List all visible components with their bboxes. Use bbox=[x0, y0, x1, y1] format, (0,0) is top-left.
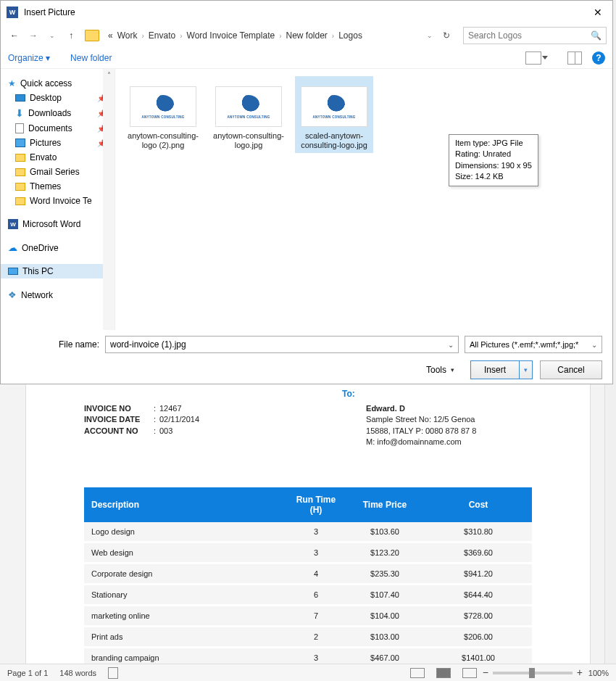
search-input[interactable] bbox=[468, 30, 584, 41]
filename-combo[interactable]: ⌄ bbox=[105, 336, 459, 353]
file-tooltip: Item type: JPG File Rating: Unrated Dime… bbox=[449, 134, 538, 186]
sidebar-scrollbar[interactable]: ˄ bbox=[103, 69, 115, 330]
sidebar-gmail[interactable]: Gmail Series bbox=[1, 165, 115, 179]
folder-icon bbox=[85, 30, 99, 41]
word-count[interactable]: 148 words bbox=[59, 669, 96, 677]
insert-split-icon[interactable]: ▾ bbox=[519, 361, 532, 379]
insert-picture-dialog: W Insert Picture ✕ ← → ⌄ ↑ « Work› Envat… bbox=[0, 0, 613, 384]
file-list[interactable]: ANYTOWN CONSULTING anytown-consulting-lo… bbox=[115, 69, 612, 330]
tools-menu[interactable]: Tools▾ bbox=[426, 365, 454, 375]
read-mode-icon[interactable] bbox=[410, 668, 425, 678]
filetype-combo[interactable]: All Pictures (*.emf;*.wmf;*.jpg;* ⌄ bbox=[465, 336, 602, 353]
file-thumb[interactable]: ANYTOWN CONSULTING anytown-consulting-lo… bbox=[124, 76, 202, 153]
refresh-button[interactable]: ↻ bbox=[438, 28, 454, 44]
breadcrumb[interactable]: « Work› Envato› Word Invoice Template› N… bbox=[105, 29, 421, 42]
recent-dropdown[interactable]: ⌄ bbox=[44, 28, 60, 44]
sidebar-downloads[interactable]: ⬇Downloads📌 bbox=[1, 105, 115, 121]
organize-menu[interactable]: Organize ▾ bbox=[8, 53, 50, 63]
sidebar-thispc[interactable]: This PC bbox=[1, 264, 115, 278]
spelling-icon[interactable] bbox=[108, 667, 118, 679]
close-button[interactable]: ✕ bbox=[589, 4, 607, 21]
table-row: Print ads2$103.00$206.00 bbox=[84, 626, 532, 647]
zoom-slider[interactable]: −+ bbox=[493, 672, 573, 674]
dialog-title: Insert Picture bbox=[24, 7, 589, 17]
invoice-table: Description Run Time (H) Time Price Cost… bbox=[84, 487, 532, 664]
forward-button[interactable]: → bbox=[25, 28, 41, 44]
file-thumb[interactable]: ANYTOWN CONSULTING anytown-consulting-lo… bbox=[209, 76, 288, 153]
table-row: Corporate design4$235.30$941.20 bbox=[84, 563, 532, 584]
bc-seg[interactable]: Word Invoice Template bbox=[186, 29, 277, 42]
filename-input[interactable] bbox=[110, 339, 448, 350]
insert-button[interactable]: Insert▾ bbox=[470, 360, 533, 379]
sidebar-wit[interactable]: Word Invoice Te bbox=[1, 194, 115, 208]
navigation-pane: ★Quick access Desktop📌 ⬇Downloads📌 Docum… bbox=[1, 69, 115, 330]
col-description: Description bbox=[84, 487, 287, 522]
print-layout-icon[interactable] bbox=[436, 668, 451, 678]
table-row: marketing online7$104.00$728.00 bbox=[84, 605, 532, 626]
table-row: Logo design3$103.60$310.80 bbox=[84, 522, 532, 542]
sidebar-network[interactable]: ❖Network bbox=[1, 287, 115, 302]
word-icon: W bbox=[7, 7, 18, 18]
title-bar: W Insert Picture ✕ bbox=[1, 1, 612, 24]
back-button[interactable]: ← bbox=[7, 28, 22, 44]
breadcrumb-dropdown[interactable]: ⌄ bbox=[427, 32, 433, 39]
invoice-meta: INVOICE NO:12467 INVOICE DATE:02/11/2014… bbox=[84, 403, 199, 448]
help-button[interactable]: ? bbox=[592, 51, 605, 65]
cancel-button[interactable]: Cancel bbox=[540, 360, 602, 379]
dialog-footer: File name: ⌄ All Pictures (*.emf;*.wmf;*… bbox=[1, 330, 612, 389]
navigation-bar: ← → ⌄ ↑ « Work› Envato› Word Invoice Tem… bbox=[1, 24, 612, 47]
filename-label: File name: bbox=[11, 339, 99, 350]
table-row: Web design3$123.20$369.60 bbox=[84, 542, 532, 563]
sidebar-desktop[interactable]: Desktop📌 bbox=[1, 91, 115, 105]
filetype-dropdown-icon[interactable]: ⌄ bbox=[591, 341, 597, 349]
status-bar: Page 1 of 1 148 words −+ 100% bbox=[0, 664, 616, 681]
view-options-button[interactable] bbox=[525, 51, 541, 65]
up-button[interactable]: ↑ bbox=[63, 28, 79, 44]
col-timeprice: Time Price bbox=[345, 487, 425, 522]
table-row: Stationary6$107.40$644.40 bbox=[84, 584, 532, 605]
preview-pane-button[interactable] bbox=[567, 51, 582, 65]
sidebar-documents[interactable]: Documents📌 bbox=[1, 121, 115, 136]
search-icon: 🔍 bbox=[591, 30, 602, 41]
to-label: To: bbox=[342, 389, 532, 399]
page-indicator[interactable]: Page 1 of 1 bbox=[7, 669, 48, 677]
sidebar-envato[interactable]: Envato bbox=[1, 150, 115, 165]
table-row: branding campaign3$467.00$1401.00 bbox=[84, 647, 532, 664]
filename-dropdown-icon[interactable]: ⌄ bbox=[448, 341, 454, 349]
col-cost: Cost bbox=[425, 487, 532, 522]
zoom-value[interactable]: 100% bbox=[588, 669, 609, 677]
col-runtime: Run Time (H) bbox=[287, 487, 345, 522]
document-page: To: INVOICE NO:12467 INVOICE DATE:02/11/… bbox=[25, 384, 591, 664]
command-bar: Organize ▾ New folder ? bbox=[1, 47, 612, 69]
bc-seg[interactable]: Envato bbox=[147, 29, 177, 42]
sidebar-themes[interactable]: Themes bbox=[1, 179, 115, 194]
bc-seg[interactable]: Logos bbox=[337, 29, 364, 42]
sidebar-onedrive[interactable]: ☁OneDrive bbox=[1, 240, 115, 255]
search-box[interactable]: 🔍 bbox=[463, 27, 607, 44]
quick-access[interactable]: ★Quick access bbox=[1, 76, 115, 91]
file-thumb-selected[interactable]: ANYTOWN CONSULTING scaled-anytown-consul… bbox=[295, 76, 373, 153]
bc-seg[interactable]: Work bbox=[116, 29, 139, 42]
web-layout-icon[interactable] bbox=[462, 668, 477, 678]
sidebar-msword[interactable]: WMicrosoft Word bbox=[1, 217, 115, 231]
new-folder-button[interactable]: New folder bbox=[70, 53, 112, 63]
recipient-block: Edward. D Sample Street No: 12/5 Genoa 1… bbox=[366, 403, 476, 448]
bc-seg[interactable]: New folder bbox=[284, 29, 328, 42]
sidebar-pictures[interactable]: Pictures📌 bbox=[1, 136, 115, 150]
